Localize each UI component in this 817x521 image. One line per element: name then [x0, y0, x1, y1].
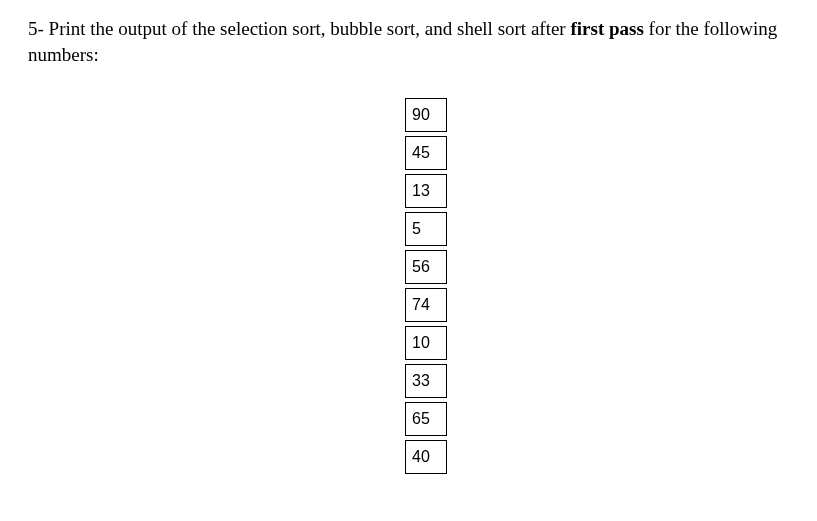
table-row: 5	[405, 212, 447, 246]
table-row: 56	[405, 250, 447, 284]
table-row: 40	[405, 440, 447, 474]
cell-value: 65	[412, 410, 430, 428]
table-row: 10	[405, 326, 447, 360]
table-row: 45	[405, 136, 447, 170]
table-row: 90	[405, 98, 447, 132]
numbers-table: 90 45 13 5 56 74 10 33 65 40	[405, 98, 447, 478]
table-row: 74	[405, 288, 447, 322]
cell-value: 56	[412, 258, 430, 276]
cell-value: 40	[412, 448, 430, 466]
question-number: 5-	[28, 18, 49, 39]
cell-value: 90	[412, 106, 430, 124]
cell-value: 45	[412, 144, 430, 162]
table-row: 65	[405, 402, 447, 436]
cell-value: 5	[412, 220, 421, 238]
cell-value: 13	[412, 182, 430, 200]
table-row: 13	[405, 174, 447, 208]
question-text: 5- Print the output of the selection sor…	[28, 16, 788, 67]
table-row: 33	[405, 364, 447, 398]
question-bold: first pass	[570, 18, 643, 39]
cell-value: 33	[412, 372, 430, 390]
cell-value: 74	[412, 296, 430, 314]
question-body-before: Print the output of the selection sort, …	[49, 18, 571, 39]
cell-value: 10	[412, 334, 430, 352]
